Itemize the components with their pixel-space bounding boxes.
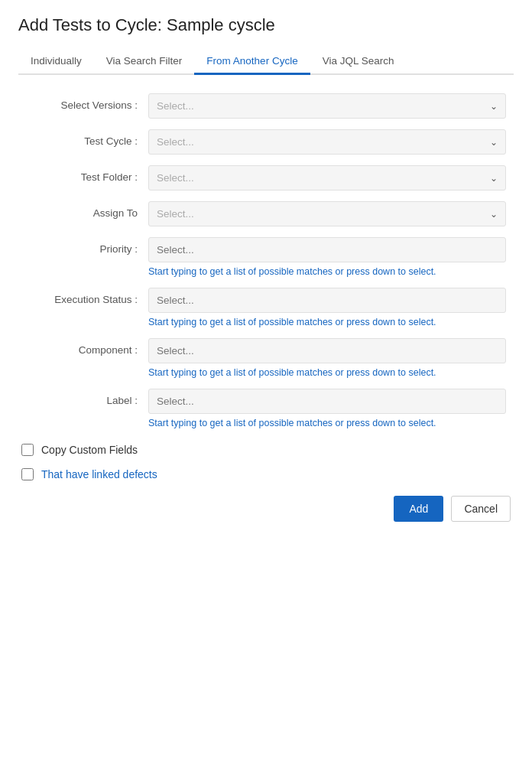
test-cycle-placeholder: Select... [157, 136, 194, 148]
test-cycle-wrapper: Select... ⌄ [148, 129, 506, 155]
label-hint: Start typing to get a list of possible m… [148, 418, 506, 428]
tab-via-jql-search[interactable]: Via JQL Search [310, 49, 407, 75]
execution-status-row: Execution Status : Start typing to get a… [26, 288, 506, 327]
chevron-down-icon: ⌄ [490, 209, 498, 220]
copy-custom-fields-row: Copy Custom Fields [18, 444, 514, 456]
priority-row: Priority : Start typing to get a list of… [26, 237, 506, 277]
priority-wrapper: Start typing to get a list of possible m… [148, 237, 506, 277]
test-cycle-row: Test Cycle : Select... ⌄ [26, 129, 506, 155]
assign-to-dropdown[interactable]: Select... ⌄ [148, 201, 506, 226]
label-field-label: Label : [26, 389, 148, 406]
test-folder-label: Test Folder : [26, 165, 148, 183]
execution-status-label: Execution Status : [26, 288, 148, 305]
select-versions-placeholder: Select... [157, 100, 194, 112]
assign-to-placeholder: Select... [157, 208, 194, 220]
tabs-container: Individually Via Search Filter From Anot… [18, 49, 514, 75]
assign-to-wrapper: Select... ⌄ [148, 201, 506, 226]
linked-defects-checkbox[interactable] [21, 468, 34, 480]
assign-to-label: Assign To [26, 201, 148, 219]
linked-defects-row: That have linked defects [18, 468, 514, 480]
test-folder-row: Test Folder : Select... ⌄ [26, 165, 506, 190]
select-versions-wrapper: Select... ⌄ [148, 93, 506, 119]
label-input[interactable] [148, 389, 506, 414]
copy-custom-fields-label: Copy Custom Fields [41, 444, 138, 456]
linked-defects-label: That have linked defects [41, 468, 157, 480]
test-folder-dropdown[interactable]: Select... ⌄ [148, 165, 506, 190]
priority-hint: Start typing to get a list of possible m… [148, 266, 506, 277]
select-versions-row: Select Versions : Select... ⌄ [26, 93, 506, 119]
execution-status-wrapper: Start typing to get a list of possible m… [148, 288, 506, 327]
test-cycle-dropdown[interactable]: Select... ⌄ [148, 129, 506, 155]
page-title: Add Tests to Cycle: Sample cyscle [18, 15, 514, 35]
priority-label: Priority : [26, 237, 148, 255]
add-button[interactable]: Add [394, 496, 443, 522]
test-folder-placeholder: Select... [157, 172, 194, 184]
label-row: Label : Start typing to get a list of po… [26, 389, 506, 428]
select-versions-dropdown[interactable]: Select... ⌄ [148, 93, 506, 119]
copy-custom-fields-checkbox[interactable] [21, 444, 34, 456]
tab-via-search-filter[interactable]: Via Search Filter [94, 49, 195, 75]
test-folder-wrapper: Select... ⌄ [148, 165, 506, 190]
cancel-button[interactable]: Cancel [451, 496, 511, 522]
component-wrapper: Start typing to get a list of possible m… [148, 338, 506, 378]
test-cycle-label: Test Cycle : [26, 129, 148, 147]
chevron-down-icon: ⌄ [490, 173, 498, 184]
form: Select Versions : Select... ⌄ Test Cycle… [18, 93, 514, 428]
tab-individually[interactable]: Individually [18, 49, 94, 75]
select-versions-label: Select Versions : [26, 93, 148, 111]
assign-to-row: Assign To Select... ⌄ [26, 201, 506, 226]
component-hint: Start typing to get a list of possible m… [148, 367, 506, 378]
component-label: Component : [26, 338, 148, 356]
chevron-down-icon: ⌄ [490, 101, 498, 112]
execution-status-input[interactable] [148, 288, 506, 313]
priority-input[interactable] [148, 237, 506, 262]
component-input[interactable] [148, 338, 506, 363]
label-wrapper: Start typing to get a list of possible m… [148, 389, 506, 428]
component-row: Component : Start typing to get a list o… [26, 338, 506, 378]
footer-buttons: Add Cancel [18, 496, 514, 522]
execution-status-hint: Start typing to get a list of possible m… [148, 317, 506, 327]
tab-from-another-cycle[interactable]: From Another Cycle [194, 49, 310, 75]
chevron-down-icon: ⌄ [490, 137, 498, 148]
